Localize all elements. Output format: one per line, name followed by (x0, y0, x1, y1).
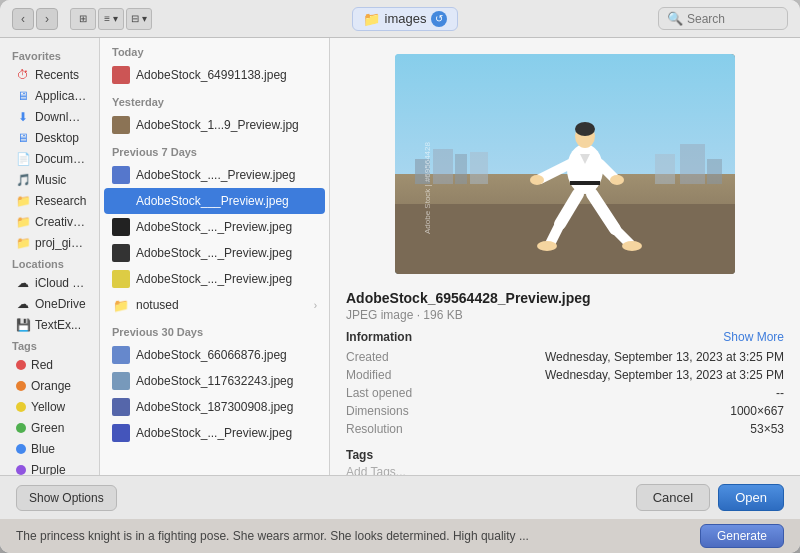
applications-icon: 🖥 (16, 89, 30, 103)
group-7days: Previous 7 Days (100, 138, 329, 162)
folder-arrow-icon: ↺ (431, 11, 447, 27)
sidebar-item-research[interactable]: 📁 Research (4, 191, 95, 211)
main-area: Favorites ⏱ Recents 🖥 Applicati... ⬇ Dow… (0, 38, 800, 475)
search-input[interactable] (687, 12, 779, 26)
svg-rect-26 (570, 181, 600, 185)
svg-rect-8 (112, 372, 130, 390)
sidebar-item-icloud[interactable]: ☁ iCloud Dri... (4, 273, 95, 293)
toolbar: ‹ › ⊞ ≡ ▾ ⊟ ▾ 📁 images ↺ 🔍 (0, 0, 800, 38)
folder-name: images (385, 11, 427, 26)
svg-rect-5 (112, 244, 130, 262)
info-table: Created Wednesday, September 13, 2023 at… (346, 348, 784, 438)
sidebar-item-label: OneDrive (35, 297, 86, 311)
sidebar-item-tag-red[interactable]: Red (4, 355, 95, 375)
cancel-button[interactable]: Cancel (636, 484, 710, 511)
sidebar-item-downloads[interactable]: ⬇ Downloads (4, 107, 95, 127)
desktop-icon: 🖥 (16, 131, 30, 145)
file-item[interactable]: AdobeStock_64991138.jpeg (100, 62, 329, 88)
file-item[interactable]: AdobeStock_1...9_Preview.jpg (100, 112, 329, 138)
sidebar-item-label: Creative... (35, 215, 87, 229)
favorites-label: Favorites (0, 46, 99, 64)
file-thumb (112, 346, 130, 364)
file-thumb (112, 244, 130, 262)
file-item[interactable]: AdobeStock_..._Preview.jpeg (100, 214, 329, 240)
svg-point-24 (575, 122, 595, 136)
icloud-icon: ☁ (16, 276, 30, 290)
forward-button[interactable]: › (36, 8, 58, 30)
bottom-bar: Show Options Cancel Open (0, 475, 800, 519)
status-bar: The princess knight is in a fighting pos… (0, 519, 800, 553)
file-thumb (112, 116, 130, 134)
file-item[interactable]: AdobeStock_187300908.jpeg (100, 394, 329, 420)
generate-button[interactable]: Generate (700, 524, 784, 548)
preview-image-area: Adobe Stock | #69564428 (330, 38, 800, 282)
svg-point-30 (610, 175, 624, 185)
open-button[interactable]: Open (718, 484, 784, 511)
file-name: AdobeStock_187300908.jpeg (136, 400, 317, 414)
sidebar-item-label: Documents (35, 152, 87, 166)
sidebar-item-applications[interactable]: 🖥 Applicati... (4, 86, 95, 106)
sidebar-item-recents[interactable]: ⏱ Recents (4, 65, 95, 85)
resolution-value: 53×53 (436, 420, 784, 438)
sidebar-item-desktop[interactable]: 🖥 Desktop (4, 128, 95, 148)
file-item-folder[interactable]: 📁 notused › (100, 292, 329, 318)
locations-label: Locations (0, 254, 99, 272)
file-name: AdobeStock___Preview.jpeg (136, 194, 317, 208)
sidebar-item-textex[interactable]: 💾 TextEx... (4, 315, 95, 335)
orange-tag-dot (16, 381, 26, 391)
sidebar-item-tag-yellow[interactable]: Yellow (4, 397, 95, 417)
sidebar-item-label: Downloads (35, 110, 87, 124)
file-item[interactable]: AdobeStock_66066876.jpeg (100, 342, 329, 368)
file-item[interactable]: AdobeStock_..._Preview.jpeg (100, 240, 329, 266)
folder-pill[interactable]: 📁 images ↺ (352, 7, 459, 31)
sidebar-item-onedrive[interactable]: ☁ OneDrive (4, 294, 95, 314)
file-item[interactable]: AdobeStock_117632243.jpeg (100, 368, 329, 394)
more-view-button[interactable]: ⊟ ▾ (126, 8, 152, 30)
svg-rect-3 (112, 192, 130, 210)
sidebar-item-tag-blue[interactable]: Blue (4, 439, 95, 459)
table-row: Created Wednesday, September 13, 2023 at… (346, 348, 784, 366)
folder-icon: 📁 (363, 11, 380, 27)
sidebar-item-tag-purple[interactable]: Purple (4, 460, 95, 475)
dimensions-value: 1000×667 (436, 402, 784, 420)
modified-label: Modified (346, 366, 436, 384)
blue-tag-dot (16, 444, 26, 454)
sidebar-item-tag-green[interactable]: Green (4, 418, 95, 438)
svg-rect-18 (680, 144, 705, 184)
preview-filetype: JPEG image · 196 KB (346, 308, 784, 322)
svg-rect-6 (112, 270, 130, 288)
file-item[interactable]: AdobeStock_..._Preview.jpeg (100, 266, 329, 292)
onedrive-icon: ☁ (16, 297, 30, 311)
resolution-label: Resolution (346, 420, 436, 438)
file-name: AdobeStock_..._Preview.jpeg (136, 426, 317, 440)
chevron-right-icon: › (314, 300, 317, 311)
file-item-selected[interactable]: AdobeStock___Preview.jpeg (104, 188, 325, 214)
file-name: AdobeStock_..._Preview.jpeg (136, 220, 317, 234)
search-box[interactable]: 🔍 (658, 7, 788, 30)
file-item[interactable]: AdobeStock_...._Preview.jpeg (100, 162, 329, 188)
add-tags[interactable]: Add Tags... (346, 465, 784, 475)
sidebar-item-label: TextEx... (35, 318, 81, 332)
file-name: AdobeStock_..._Preview.jpeg (136, 272, 317, 286)
grid-view-button[interactable]: ⊞ (70, 8, 96, 30)
sidebar-item-music[interactable]: 🎵 Music (4, 170, 95, 190)
svg-rect-10 (112, 424, 130, 442)
list-view-button[interactable]: ≡ ▾ (98, 8, 124, 30)
sidebar-item-label: Applicati... (35, 89, 87, 103)
show-more-button[interactable]: Show More (723, 330, 784, 344)
sidebar-item-label: Orange (31, 379, 71, 393)
sidebar-item-proj[interactable]: 📁 proj_ging... (4, 233, 95, 253)
sidebar-item-documents[interactable]: 📄 Documents (4, 149, 95, 169)
file-thumb (112, 270, 130, 288)
preview-image: Adobe Stock | #69564428 (395, 54, 735, 274)
back-button[interactable]: ‹ (12, 8, 34, 30)
file-item[interactable]: AdobeStock_..._Preview.jpeg (100, 420, 329, 446)
file-thumb (112, 398, 130, 416)
svg-rect-14 (433, 149, 453, 184)
svg-rect-7 (112, 346, 130, 364)
sidebar-item-tag-orange[interactable]: Orange (4, 376, 95, 396)
show-options-button[interactable]: Show Options (16, 485, 117, 511)
file-list: Today AdobeStock_64991138.jpeg Yesterday… (100, 38, 330, 475)
svg-point-28 (530, 175, 544, 185)
sidebar-item-creative[interactable]: 📁 Creative... (4, 212, 95, 232)
